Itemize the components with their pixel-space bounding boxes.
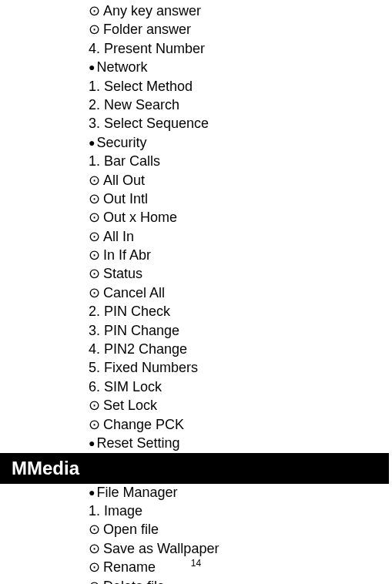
item-text: Out x Home <box>103 209 177 227</box>
circle-dot-icon <box>89 265 103 283</box>
list-item: Set Lock <box>89 397 392 415</box>
list-item: Cancel All <box>89 284 392 302</box>
item-text: Network <box>96 59 147 76</box>
page-content: Any key answerFolder answer4. Present Nu… <box>0 0 392 584</box>
list-item: Reset Setting <box>89 435 392 452</box>
list-item: Out x Home <box>89 209 392 227</box>
list-item: File Manager <box>89 484 392 502</box>
filled-bullet-icon <box>89 435 96 452</box>
circle-dot-icon <box>89 578 103 584</box>
item-text: Save as Wallpaper <box>103 540 219 558</box>
item-text: All Out <box>103 172 145 190</box>
circle-dot-icon <box>89 284 103 302</box>
filled-bullet-icon <box>89 134 96 152</box>
item-text: Open file <box>103 521 159 539</box>
circle-dot-icon <box>89 228 103 246</box>
circle-dot-icon <box>89 247 103 264</box>
item-text: Folder answer <box>103 21 191 39</box>
item-text: Any key answer <box>103 2 201 20</box>
item-text: File Manager <box>96 484 177 502</box>
item-text: Security <box>96 134 146 152</box>
list-item: Any key answer <box>89 2 392 20</box>
list-item: Folder answer <box>89 21 392 39</box>
list-item: Network <box>89 59 392 76</box>
list-item: 1. Select Method <box>89 78 392 96</box>
page-number: 14 <box>0 558 392 570</box>
circle-dot-icon <box>89 397 103 415</box>
menu-list-1: Any key answerFolder answer4. Present Nu… <box>89 2 392 452</box>
list-item: 4. Present Number <box>89 40 392 58</box>
list-item: 1. Image <box>89 502 392 520</box>
item-text: Reset Setting <box>96 435 179 452</box>
list-item: 2. New Search <box>89 96 392 114</box>
circle-dot-icon <box>89 2 103 20</box>
list-item: All Out <box>89 172 392 190</box>
item-text: Status <box>103 265 142 283</box>
list-item: Security <box>89 134 392 152</box>
item-text: In If Abr <box>103 247 151 264</box>
filled-bullet-icon <box>89 59 96 76</box>
circle-dot-icon <box>89 172 103 190</box>
list-item: Out Intl <box>89 190 392 208</box>
circle-dot-icon <box>89 21 103 39</box>
list-item: Status <box>89 265 392 283</box>
circle-dot-icon <box>89 521 103 539</box>
list-item: 1. Bar Calls <box>89 153 392 170</box>
item-text: Cancel All <box>103 284 165 302</box>
item-text: All In <box>103 228 134 246</box>
circle-dot-icon <box>89 416 103 434</box>
list-item: 3. PIN Change <box>89 322 392 340</box>
list-item: 6. SIM Lock <box>89 378 392 396</box>
circle-dot-icon <box>89 540 103 558</box>
list-item: Save as Wallpaper <box>89 540 392 558</box>
list-item: Change PCK <box>89 416 392 434</box>
list-item: Delete file <box>89 578 392 584</box>
item-text: Out Intl <box>103 190 148 208</box>
list-item: 5. Fixed Numbers <box>89 359 392 377</box>
item-text: Delete file <box>103 578 165 584</box>
item-text: Set Lock <box>103 397 157 415</box>
circle-dot-icon <box>89 190 103 208</box>
list-item: 2. PIN Check <box>89 303 392 321</box>
list-item: In If Abr <box>89 247 392 264</box>
circle-dot-icon <box>89 209 103 227</box>
list-item: 3. Select Sequence <box>89 115 392 133</box>
section-header-mmedia: MMedia <box>0 453 389 483</box>
list-item: 4. PIN2 Change <box>89 341 392 358</box>
item-text: Change PCK <box>103 416 184 434</box>
filled-bullet-icon <box>89 484 96 502</box>
list-item: All In <box>89 228 392 246</box>
list-item: Open file <box>89 521 392 539</box>
